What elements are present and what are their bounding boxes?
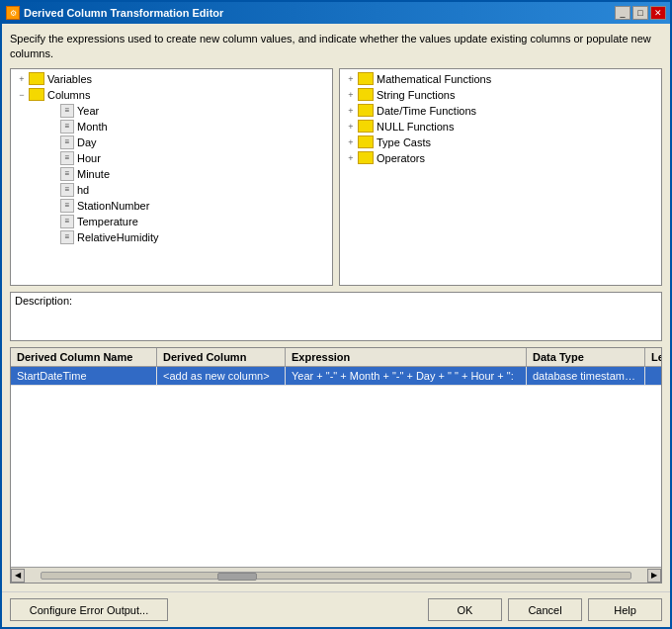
footer: Configure Error Output... OK Cancel Help xyxy=(2,591,670,627)
cell-datatype: database timestamp ... xyxy=(527,367,645,385)
column-icon: ≡ xyxy=(60,199,74,213)
right-tree-panel[interactable]: +Mathematical Functions+String Functions… xyxy=(339,68,662,286)
title-bar: ⚙ Derived Column Transformation Editor _… xyxy=(2,2,670,24)
cell-le xyxy=(645,367,661,385)
column-icon: ≡ xyxy=(60,135,74,149)
expand-icon[interactable]: + xyxy=(344,151,358,165)
tree-label: Temperature xyxy=(77,216,138,227)
maximize-button[interactable]: □ xyxy=(632,6,648,20)
scroll-left-button[interactable]: ◀ xyxy=(11,569,25,583)
tree-label: Month xyxy=(77,121,108,133)
expand-icon[interactable]: + xyxy=(344,72,358,86)
scroll-right-button[interactable]: ▶ xyxy=(647,569,661,583)
folder-icon xyxy=(358,104,374,117)
folder-icon xyxy=(358,120,374,133)
footer-left: Configure Error Output... xyxy=(10,598,168,621)
horizontal-scrollbar[interactable]: ◀ ▶ xyxy=(11,567,661,583)
left-tree-item-hd[interactable]: ≡hd xyxy=(13,182,330,198)
column-icon: ≡ xyxy=(60,151,74,165)
column-icon: ≡ xyxy=(60,167,74,181)
column-icon: ≡ xyxy=(60,230,74,244)
left-tree-item-month[interactable]: ≡Month xyxy=(13,119,330,135)
expand-icon[interactable]: + xyxy=(344,104,358,118)
window-title: Derived Column Transformation Editor xyxy=(24,7,223,19)
tree-label: Minute xyxy=(77,168,110,180)
cell-expression: Year + "-" + Month + "-" + Day + " " + H… xyxy=(286,367,527,385)
right-tree-item-string[interactable]: +String Functions xyxy=(342,87,659,103)
tree-label: Mathematical Functions xyxy=(377,73,491,85)
right-tree-item-operators[interactable]: +Operators xyxy=(342,150,659,166)
scroll-track[interactable] xyxy=(41,569,631,583)
expand-icon[interactable]: + xyxy=(344,88,358,102)
left-tree-item-minute[interactable]: ≡Minute xyxy=(13,166,330,182)
expand-icon[interactable]: − xyxy=(15,88,29,102)
tree-label: StationNumber xyxy=(77,200,149,212)
footer-right: OK Cancel Help xyxy=(428,598,662,621)
description-box: Description: xyxy=(10,292,662,341)
expand-icon[interactable]: + xyxy=(15,72,29,86)
tree-label: Hour xyxy=(77,152,101,164)
description-label: Description: xyxy=(15,295,72,307)
cell-derived-col: <add as new column> xyxy=(157,367,286,385)
ok-button[interactable]: OK xyxy=(428,598,502,621)
left-tree-item-day[interactable]: ≡Day xyxy=(13,135,330,150)
tree-label: Year xyxy=(77,105,99,117)
right-tree-item-datetime[interactable]: +Date/Time Functions xyxy=(342,103,659,119)
grid-header: Derived Column Name Derived Column Expre… xyxy=(11,348,661,367)
expand-icon[interactable]: + xyxy=(344,120,358,134)
expand-icon[interactable]: + xyxy=(344,135,358,149)
tree-label: hd xyxy=(77,184,89,196)
tree-label: RelativeHumidity xyxy=(77,231,159,243)
grid-body[interactable]: StartDateTime <add as new column> Year +… xyxy=(11,367,661,567)
window-icon: ⚙ xyxy=(6,6,20,20)
tree-label: Operators xyxy=(377,152,425,164)
left-tree-item-hour[interactable]: ≡Hour xyxy=(13,150,330,166)
folder-icon xyxy=(358,151,374,164)
title-buttons: _ □ ✕ xyxy=(615,6,666,20)
tree-label: Day xyxy=(77,136,97,148)
minimize-button[interactable]: _ xyxy=(615,6,630,20)
tree-label: NULL Functions xyxy=(377,121,454,133)
col-header-le: Le xyxy=(645,348,662,366)
right-tree-item-math[interactable]: +Mathematical Functions xyxy=(342,71,659,87)
col-header-expression: Expression xyxy=(286,348,527,366)
title-bar-left: ⚙ Derived Column Transformation Editor xyxy=(6,6,223,20)
help-button[interactable]: Help xyxy=(588,598,662,621)
right-tree-item-null[interactable]: +NULL Functions xyxy=(342,119,659,135)
col-header-datatype: Data Type xyxy=(527,348,645,366)
left-tree-panel[interactable]: +Variables−Columns ≡Year ≡Month ≡Day ≡Ho… xyxy=(10,68,333,286)
tree-label: Variables xyxy=(47,73,92,85)
table-row[interactable]: StartDateTime <add as new column> Year +… xyxy=(11,367,661,386)
tree-label: Type Casts xyxy=(377,136,431,148)
folder-icon xyxy=(29,88,44,101)
configure-error-output-button[interactable]: Configure Error Output... xyxy=(10,598,168,621)
column-icon: ≡ xyxy=(60,183,74,197)
left-tree-item-columns[interactable]: −Columns xyxy=(13,87,330,103)
col-header-derived-col: Derived Column xyxy=(157,348,286,366)
data-grid: Derived Column Name Derived Column Expre… xyxy=(10,347,662,584)
column-icon: ≡ xyxy=(60,120,74,134)
cancel-button[interactable]: Cancel xyxy=(508,598,582,621)
scrollbar-thumb[interactable] xyxy=(217,573,257,581)
panels-row: +Variables−Columns ≡Year ≡Month ≡Day ≡Ho… xyxy=(10,68,662,286)
right-tree-item-typecasts[interactable]: +Type Casts xyxy=(342,135,659,150)
left-tree-item-stationnumber[interactable]: ≡StationNumber xyxy=(13,198,330,214)
folder-icon xyxy=(358,72,374,85)
scrollbar-track xyxy=(41,572,631,580)
cell-derived-name: StartDateTime xyxy=(11,367,157,385)
tree-label: Columns xyxy=(47,89,90,101)
close-button[interactable]: ✕ xyxy=(650,6,666,20)
main-window: ⚙ Derived Column Transformation Editor _… xyxy=(0,0,672,629)
col-header-derived-name: Derived Column Name xyxy=(11,348,157,366)
tree-label: String Functions xyxy=(377,89,455,101)
folder-icon xyxy=(358,135,374,148)
folder-icon xyxy=(358,88,374,101)
left-tree-item-temperature[interactable]: ≡Temperature xyxy=(13,214,330,229)
left-tree-item-variables[interactable]: +Variables xyxy=(13,71,330,87)
left-tree-item-relativehumidity[interactable]: ≡RelativeHumidity xyxy=(13,229,330,245)
left-tree-item-year[interactable]: ≡Year xyxy=(13,103,330,119)
column-icon: ≡ xyxy=(60,215,74,228)
window-content: Specify the expressions used to create n… xyxy=(2,24,670,591)
tree-label: Date/Time Functions xyxy=(377,105,476,117)
folder-icon xyxy=(29,72,44,85)
